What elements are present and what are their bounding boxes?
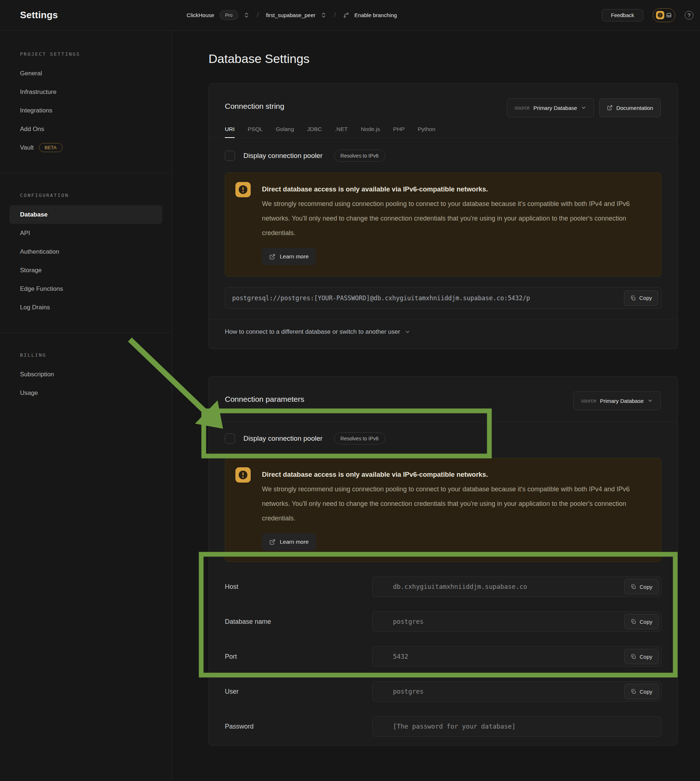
connection-string-tabs: URI PSQL Golang JDBC .NET Node.js PHP Py… [209, 126, 677, 138]
field-label: Password [225, 723, 372, 731]
sidebar-item-authentication[interactable]: Authentication [10, 242, 162, 261]
pooler-label: Display connection pooler [243, 434, 323, 442]
warning-body: We strongly recommend using connection p… [262, 197, 651, 240]
connection-uri-value: postgresql://postgres:[YOUR-PASSWORD]@db… [232, 294, 624, 302]
copy-user-button[interactable]: Copy [624, 684, 658, 699]
warning-title: Direct database access is only available… [262, 182, 651, 197]
sidebar-item-edge-functions[interactable]: Edge Functions [10, 279, 162, 298]
host-field-row: Host db.cxhygiuitamxhniiddjm.supabase.co… [225, 576, 662, 597]
sidebar-section-billing: BILLING [20, 352, 162, 358]
field-label: Database name [225, 618, 372, 626]
tab-python[interactable]: Python [418, 126, 435, 138]
breadcrumb-separator: / [334, 11, 336, 19]
port-field-row: Port 5432 Copy [225, 646, 662, 667]
sidebar-item-api[interactable]: API [10, 224, 162, 242]
field-label: Host [225, 583, 372, 591]
port-field[interactable]: 5432 Copy [372, 646, 662, 667]
ipv6-warning-banner: Direct database access is only available… [225, 172, 662, 277]
chevrons-up-down-icon[interactable] [320, 12, 327, 18]
field-label: Port [225, 653, 372, 661]
breadcrumb-project[interactable]: first_supabase_peer [266, 12, 315, 18]
external-link-icon [607, 105, 613, 111]
card-divider [209, 422, 677, 422]
ipv6-warning-banner: Direct database access is only available… [225, 458, 662, 562]
password-field[interactable]: [The password for your database] [372, 716, 662, 737]
tab-uri[interactable]: URI [225, 126, 235, 138]
copy-icon [630, 654, 636, 659]
warning-body: We strongly recommend using connection p… [262, 482, 651, 526]
connection-parameters-title: Connection parameters [225, 391, 304, 404]
warning-alert-icon [235, 182, 251, 197]
sidebar-item-vault[interactable]: Vault BETA [10, 138, 162, 157]
warning-title: Direct database access is only available… [262, 467, 651, 482]
field-label: User [225, 688, 372, 696]
sidebar-item-general[interactable]: General [10, 64, 162, 83]
source-select[interactable]: source Primary Database [573, 391, 661, 410]
external-link-icon [269, 254, 275, 260]
connection-string-title: Connection string [225, 98, 284, 111]
user-field-row: User postgres Copy [225, 681, 662, 702]
main-content: Database Settings Connection string sour… [172, 30, 700, 781]
learn-more-button[interactable]: Learn more [262, 533, 316, 551]
documentation-button[interactable]: Documentation [599, 98, 661, 117]
copy-port-button[interactable]: Copy [624, 649, 658, 664]
copy-host-button[interactable]: Copy [624, 579, 658, 594]
inbox-icon [666, 12, 672, 18]
beta-badge: BETA [39, 143, 63, 152]
help-button[interactable]: ? [685, 11, 693, 20]
alert-badge-icon [656, 11, 664, 19]
database-name-field[interactable]: postgres Copy [372, 611, 662, 632]
how-to-connect-disclosure[interactable]: How to connect to a different database o… [225, 328, 662, 335]
connection-string-card: Connection string source Primary Databas… [208, 83, 678, 349]
display-connection-pooler-checkbox[interactable] [225, 434, 235, 444]
sidebar-item-add-ons[interactable]: Add Ons [10, 120, 162, 138]
sidebar-item-usage[interactable]: Usage [10, 384, 162, 402]
sidebar-divider [0, 173, 172, 173]
feedback-button[interactable]: Feedback [602, 9, 643, 22]
breadcrumb-separator: / [257, 11, 259, 19]
sidebar-item-log-drains[interactable]: Log Drains [10, 298, 162, 317]
sidebar-item-integrations[interactable]: Integrations [10, 101, 162, 120]
sidebar-item-database[interactable]: Database [10, 205, 162, 224]
copy-uri-button[interactable]: Copy [624, 290, 658, 306]
copy-icon [630, 689, 636, 694]
top-header: Settings ClickHouse Pro / first_supabase… [0, 0, 700, 30]
warning-alert-icon [235, 467, 251, 482]
copy-icon [630, 584, 636, 589]
resolves-to-ipv6-badge: Resolves to IPv6 [334, 150, 385, 162]
connection-uri-field[interactable]: postgresql://postgres:[YOUR-PASSWORD]@db… [225, 287, 662, 309]
enable-branching-button[interactable]: Enable branching [354, 12, 397, 18]
sidebar-section-configuration: CONFIGURATION [20, 192, 162, 198]
source-select[interactable]: source Primary Database [507, 98, 594, 117]
breadcrumb-org[interactable]: ClickHouse [187, 12, 214, 18]
tab-nodejs[interactable]: Node.js [361, 126, 380, 138]
sidebar-divider [0, 333, 172, 333]
copy-icon [630, 295, 636, 301]
git-branch-icon [343, 12, 349, 18]
tab-golang[interactable]: Golang [276, 126, 294, 138]
sidebar-section-project-settings: PROJECT SETTINGS [20, 51, 162, 57]
user-field[interactable]: postgres Copy [372, 681, 662, 702]
chevron-down-icon [647, 398, 653, 404]
chevron-down-icon [405, 329, 410, 335]
connection-parameters-card: Connection parameters source Primary Dat… [208, 376, 678, 746]
tab-jdbc[interactable]: JDBC [307, 126, 322, 138]
sidebar-item-subscription[interactable]: Subscription [10, 365, 162, 384]
settings-sidebar: PROJECT SETTINGS General Infrastructure … [0, 30, 172, 781]
chevrons-up-down-icon[interactable] [243, 12, 250, 18]
copy-icon [630, 619, 636, 624]
password-field-row: Password [The password for your database… [225, 716, 662, 737]
breadcrumb: ClickHouse Pro / first_supabase_peer / E… [187, 10, 397, 20]
learn-more-button[interactable]: Learn more [262, 248, 316, 265]
copy-database-name-button[interactable]: Copy [624, 614, 658, 629]
host-field[interactable]: db.cxhygiuitamxhniiddjm.supabase.co Copy [372, 576, 662, 597]
tab-psql[interactable]: PSQL [248, 126, 263, 138]
tab-php[interactable]: PHP [393, 126, 405, 138]
resolves-to-ipv6-badge: Resolves to IPv6 [334, 432, 385, 444]
notifications-button[interactable] [653, 8, 675, 22]
sidebar-item-infrastructure[interactable]: Infrastructure [10, 83, 162, 101]
display-connection-pooler-checkbox[interactable] [225, 151, 235, 161]
tab-dotnet[interactable]: .NET [335, 126, 348, 138]
sidebar-item-storage[interactable]: Storage [10, 261, 162, 279]
plan-badge: Pro [219, 10, 238, 20]
